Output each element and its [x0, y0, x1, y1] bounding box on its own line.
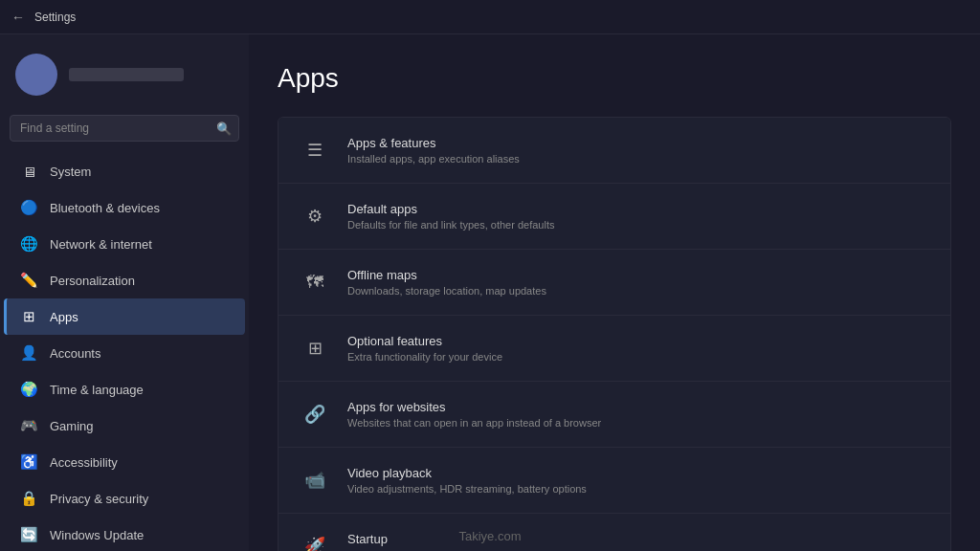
- update-icon: 🔄: [19, 525, 38, 544]
- time-icon: 🌍: [19, 380, 38, 399]
- settings-item-default-apps[interactable]: ⚙ Default apps Defaults for file and lin…: [278, 184, 950, 250]
- sidebar-label-network: Network & internet: [50, 237, 152, 252]
- startup-title: Startup: [347, 532, 561, 546]
- page-title: Apps: [278, 63, 951, 94]
- video-playback-desc: Video adjustments, HDR streaming, batter…: [347, 483, 587, 495]
- user-profile: [0, 42, 249, 107]
- sidebar-item-accounts[interactable]: 👤 Accounts: [4, 335, 245, 371]
- sidebar-item-system[interactable]: 🖥 System: [4, 153, 245, 189]
- sidebar-item-apps[interactable]: ⊞ Apps: [4, 298, 245, 335]
- sidebar-label-accessibility: Accessibility: [50, 455, 118, 470]
- settings-item-apps-features[interactable]: ☰ Apps & features Installed apps, app ex…: [278, 118, 950, 184]
- sidebar-label-apps: Apps: [50, 310, 78, 324]
- sidebar-item-update[interactable]: 🔄 Windows Update: [4, 517, 245, 551]
- sidebar-label-privacy: Privacy & security: [50, 492, 148, 506]
- main-layout: 🔍 🖥 System 🔵 Bluetooth & devices 🌐 Netwo…: [0, 34, 980, 551]
- search-box[interactable]: 🔍: [10, 115, 239, 142]
- default-apps-desc: Defaults for file and link types, other …: [347, 219, 554, 231]
- sidebar-nav: 🖥 System 🔵 Bluetooth & devices 🌐 Network…: [0, 153, 249, 551]
- video-playback-title: Video playback: [347, 466, 587, 480]
- optional-features-title: Optional features: [347, 334, 502, 348]
- user-name: [69, 68, 184, 81]
- search-icon: 🔍: [216, 121, 232, 136]
- accessibility-icon: ♿: [19, 452, 38, 472]
- default-apps-icon: ⚙: [298, 199, 332, 233]
- apps-websites-title: Apps for websites: [347, 400, 601, 414]
- apps-features-title: Apps & features: [347, 136, 520, 150]
- sidebar: 🔍 🖥 System 🔵 Bluetooth & devices 🌐 Netwo…: [0, 34, 249, 551]
- apps-icon: ⊞: [19, 307, 38, 326]
- personalization-icon: ✏️: [19, 271, 38, 290]
- sidebar-label-personalization: Personalization: [50, 274, 135, 288]
- sidebar-item-privacy[interactable]: 🔒 Privacy & security: [4, 480, 245, 517]
- system-icon: 🖥: [19, 162, 38, 181]
- search-input[interactable]: [10, 115, 239, 142]
- title-bar-title: Settings: [34, 11, 76, 24]
- content-area: Apps ☰ Apps & features Installed apps, a…: [249, 34, 980, 551]
- sidebar-item-gaming[interactable]: 🎮 Gaming: [4, 408, 245, 444]
- sidebar-item-network[interactable]: 🌐 Network & internet: [4, 226, 245, 262]
- sidebar-label-update: Windows Update: [50, 528, 144, 542]
- apps-websites-icon: 🔗: [298, 397, 332, 431]
- sidebar-label-bluetooth: Bluetooth & devices: [50, 201, 160, 215]
- accounts-icon: 👤: [19, 343, 38, 363]
- settings-item-offline-maps[interactable]: 🗺 Offline maps Downloads, storage locati…: [278, 250, 950, 316]
- settings-item-video-playback[interactable]: 📹 Video playback Video adjustments, HDR …: [278, 448, 950, 514]
- settings-item-optional-features[interactable]: ⊞ Optional features Extra functionality …: [278, 316, 950, 382]
- default-apps-title: Default apps: [347, 202, 554, 216]
- sidebar-item-personalization[interactable]: ✏️ Personalization: [4, 262, 245, 298]
- network-icon: 🌐: [19, 234, 38, 253]
- apps-features-desc: Installed apps, app execution aliases: [347, 153, 520, 165]
- offline-maps-icon: 🗺: [298, 265, 332, 299]
- startup-icon: 🚀: [298, 529, 332, 551]
- settings-item-apps-websites[interactable]: 🔗 Apps for websites Websites that can op…: [278, 382, 950, 448]
- sidebar-label-accounts: Accounts: [50, 346, 100, 361]
- optional-features-icon: ⊞: [298, 331, 332, 365]
- sidebar-label-system: System: [50, 165, 91, 179]
- sidebar-label-gaming: Gaming: [50, 419, 94, 433]
- settings-item-startup[interactable]: 🚀 Startup Apps that start automatically …: [278, 514, 950, 551]
- sidebar-item-accessibility[interactable]: ♿ Accessibility: [4, 444, 245, 480]
- optional-features-desc: Extra functionality for your device: [347, 351, 502, 363]
- apps-features-icon: ☰: [298, 133, 332, 167]
- offline-maps-title: Offline maps: [347, 268, 546, 282]
- settings-list: ☰ Apps & features Installed apps, app ex…: [278, 117, 951, 551]
- gaming-icon: 🎮: [19, 416, 38, 435]
- back-button[interactable]: ←: [11, 10, 25, 25]
- sidebar-item-bluetooth[interactable]: 🔵 Bluetooth & devices: [4, 189, 245, 226]
- privacy-icon: 🔒: [19, 489, 38, 508]
- video-playback-icon: 📹: [298, 463, 332, 497]
- title-bar: ← Settings: [0, 0, 980, 34]
- sidebar-label-time: Time & language: [50, 383, 144, 397]
- apps-websites-desc: Websites that can open in an app instead…: [347, 417, 601, 429]
- avatar: [15, 54, 57, 96]
- offline-maps-desc: Downloads, storage location, map updates: [347, 285, 546, 297]
- bluetooth-icon: 🔵: [19, 198, 38, 217]
- sidebar-item-time[interactable]: 🌍 Time & language: [4, 371, 245, 408]
